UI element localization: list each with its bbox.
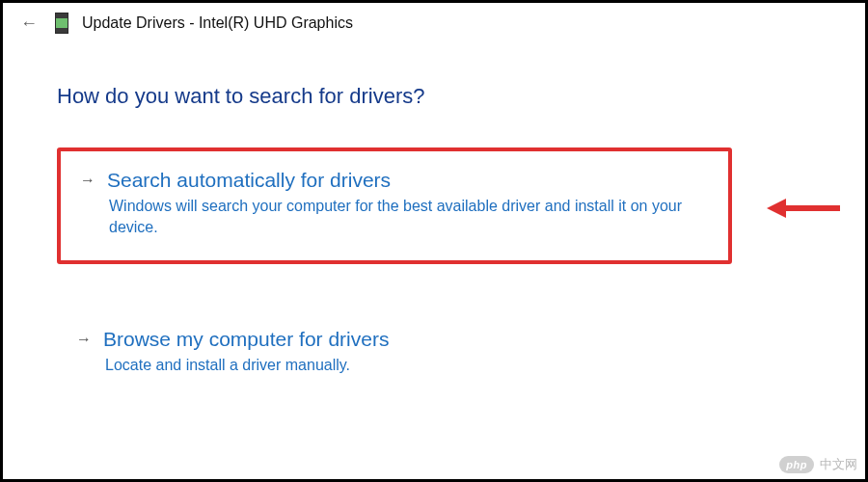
arrow-right-icon: → <box>76 331 92 348</box>
option-title: Browse my computer for drivers <box>103 328 389 351</box>
option-browse-computer[interactable]: → Browse my computer for drivers Locate … <box>57 310 848 399</box>
option-head: → Search automatically for drivers <box>80 169 699 192</box>
back-button[interactable]: ← <box>16 13 41 34</box>
content-area: How do you want to search for drivers? →… <box>3 38 865 399</box>
option-description: Locate and install a driver manually. <box>105 355 693 376</box>
titlebar: ← Update Drivers - Intel(R) UHD Graphics <box>3 3 865 38</box>
option-head: → Browse my computer for drivers <box>76 328 819 351</box>
annotation-arrow-icon <box>765 194 842 223</box>
watermark: php 中文网 <box>779 456 857 473</box>
svg-marker-1 <box>767 199 786 218</box>
window-title: Update Drivers - Intel(R) UHD Graphics <box>82 14 353 32</box>
option-title: Search automatically for drivers <box>107 169 391 192</box>
watermark-text: 中文网 <box>820 456 857 473</box>
page-heading: How do you want to search for drivers? <box>57 84 848 109</box>
watermark-badge: php <box>779 456 814 473</box>
option-description: Windows will search your computer for th… <box>109 196 697 237</box>
arrow-right-icon: → <box>80 172 95 189</box>
device-icon <box>55 13 68 34</box>
option-search-automatically[interactable]: → Search automatically for drivers Windo… <box>57 147 732 264</box>
options-list: → Search automatically for drivers Windo… <box>57 147 848 399</box>
